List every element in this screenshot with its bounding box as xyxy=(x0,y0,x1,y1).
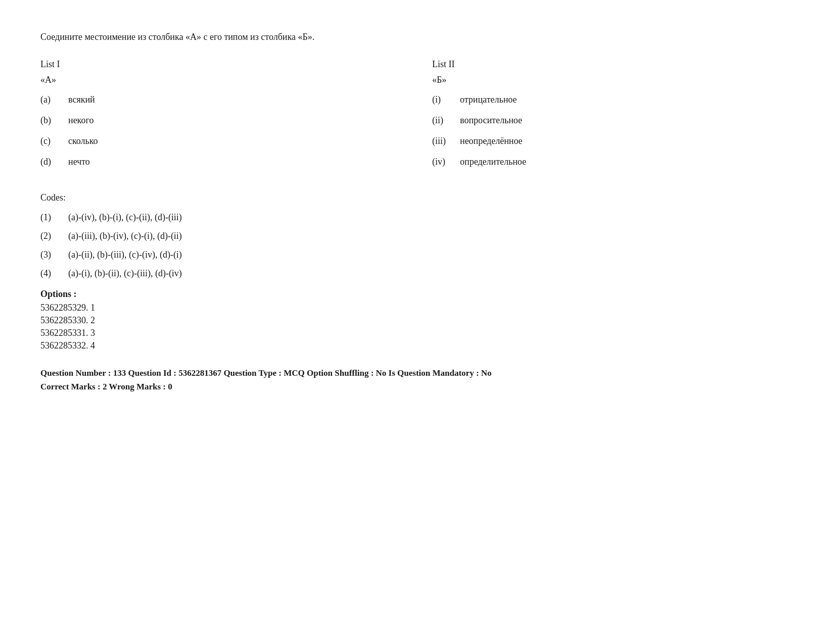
list1-header: List I xyxy=(40,59,402,70)
code-text-3: (a)-(ii), (b)-(iii), (c)-(iv), (d)-(i) xyxy=(68,250,182,260)
code-item: (3) (a)-(ii), (b)-(iii), (c)-(iv), (d)-(… xyxy=(40,250,794,260)
code-number-1: (1) xyxy=(40,212,68,223)
list-item: (iii) неопределённое xyxy=(432,136,794,146)
item-label-i: (i) xyxy=(432,94,460,105)
codes-label: Codes: xyxy=(40,192,794,203)
code-number-2: (2) xyxy=(40,231,68,241)
list2-header: List II xyxy=(432,59,794,70)
list-item: (b) некого xyxy=(40,115,402,126)
list-2: List II «Б» (i) отрицательное (ii) вопро… xyxy=(432,59,794,177)
item-text-iv: определительное xyxy=(460,157,526,167)
item-label-b: (b) xyxy=(40,115,68,126)
item-label-d: (d) xyxy=(40,157,68,167)
item-text-ii: вопросительное xyxy=(460,115,522,126)
code-number-3: (3) xyxy=(40,250,68,260)
options-section: Options : 5362285329. 1 5362285330. 2 53… xyxy=(40,289,794,351)
question-text: Соедините местоимение из столбика «А» с … xyxy=(40,30,794,44)
code-text-1: (a)-(iv), (b)-(i), (c)-(ii), (d)-(iii) xyxy=(68,212,182,223)
list2-subheader: «Б» xyxy=(432,75,794,85)
item-text-a: всякий xyxy=(68,94,95,105)
meta-line2: Correct Marks : 2 Wrong Marks : 0 xyxy=(40,380,794,393)
code-number-4: (4) xyxy=(40,268,68,279)
meta-line1: Question Number : 133 Question Id : 5362… xyxy=(40,366,794,380)
question-meta: Question Number : 133 Question Id : 5362… xyxy=(40,366,794,393)
code-text-2: (a)-(iii), (b)-(iv), (c)-(i), (d)-(ii) xyxy=(68,231,182,241)
option-item-3[interactable]: 5362285331. 3 xyxy=(40,328,794,338)
option-item-4[interactable]: 5362285332. 4 xyxy=(40,340,794,351)
item-text-i: отрицательное xyxy=(460,94,517,105)
option-item-1[interactable]: 5362285329. 1 xyxy=(40,303,794,313)
list-item: (c) сколько xyxy=(40,136,402,146)
code-item: (4) (a)-(i), (b)-(ii), (c)-(iii), (d)-(i… xyxy=(40,268,794,279)
options-label: Options : xyxy=(40,289,794,300)
list1-subheader: «А» xyxy=(40,75,402,85)
list-item: (a) всякий xyxy=(40,94,402,105)
item-label-ii: (ii) xyxy=(432,115,460,126)
item-text-b: некого xyxy=(68,115,94,126)
item-label-iv: (iv) xyxy=(432,157,460,167)
list-item: (ii) вопросительное xyxy=(432,115,794,126)
code-text-4: (a)-(i), (b)-(ii), (c)-(iii), (d)-(iv) xyxy=(68,268,182,279)
code-item: (2) (a)-(iii), (b)-(iv), (c)-(i), (d)-(i… xyxy=(40,231,794,241)
item-text-d: нечто xyxy=(68,157,90,167)
list-1: List I «А» (a) всякий (b) некого (c) ско… xyxy=(40,59,402,177)
list-item: (i) отрицательное xyxy=(432,94,794,105)
item-label-iii: (iii) xyxy=(432,136,460,146)
list-item: (d) нечто xyxy=(40,157,402,167)
code-item: (1) (a)-(iv), (b)-(i), (c)-(ii), (d)-(ii… xyxy=(40,212,794,223)
item-text-iii: неопределённое xyxy=(460,136,523,146)
list-item: (iv) определительное xyxy=(432,157,794,167)
option-item-2[interactable]: 5362285330. 2 xyxy=(40,315,794,326)
codes-section: Codes: (1) (a)-(iv), (b)-(i), (c)-(ii), … xyxy=(40,192,794,279)
item-label-c: (c) xyxy=(40,136,68,146)
item-text-c: сколько xyxy=(68,136,98,146)
item-label-a: (a) xyxy=(40,94,68,105)
